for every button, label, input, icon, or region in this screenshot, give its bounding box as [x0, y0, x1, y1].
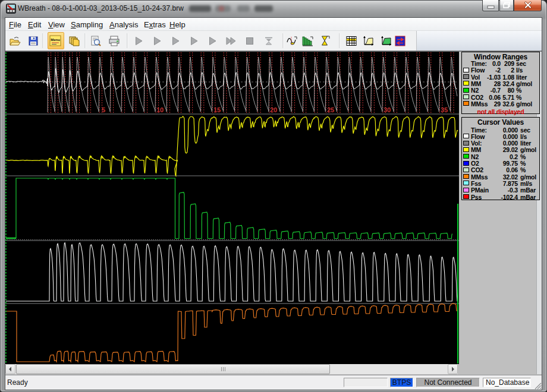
- svg-text:35: 35: [441, 106, 448, 113]
- svg-text:25: 25: [327, 106, 334, 113]
- svg-text:15: 15: [213, 106, 221, 113]
- svg-text:20: 20: [270, 106, 277, 113]
- svg-text:Menu: Menu: [51, 38, 60, 42]
- svg-text:5: 5: [102, 106, 105, 113]
- svg-text:30: 30: [383, 106, 391, 113]
- svg-text:10: 10: [156, 106, 164, 113]
